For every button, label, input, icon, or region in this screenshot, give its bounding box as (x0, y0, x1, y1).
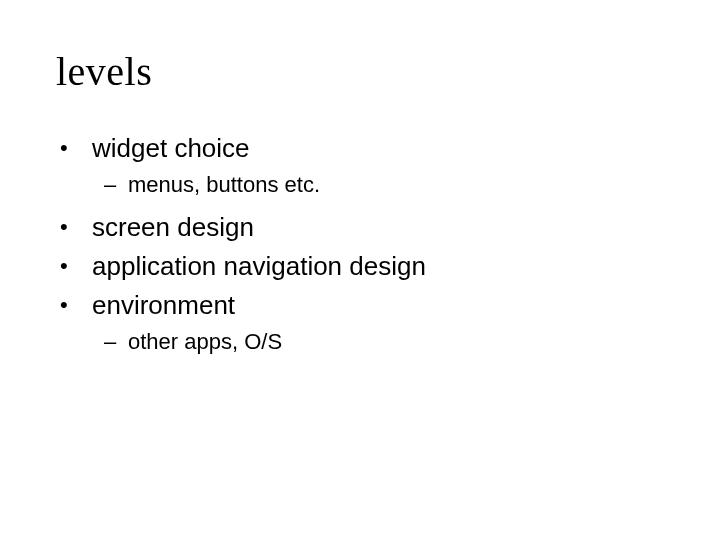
list-item-text: widget choice (92, 131, 250, 166)
bullet-icon: • (60, 131, 92, 165)
slide: levels • widget choice – menus, buttons … (0, 0, 720, 540)
list-item-text: screen design (92, 210, 254, 245)
bullet-icon: • (60, 288, 92, 322)
list-item: • environment (60, 288, 664, 323)
dash-icon: – (104, 170, 128, 200)
list-item-text: environment (92, 288, 235, 323)
dash-icon: – (104, 327, 128, 357)
list-item: • screen design (60, 210, 664, 245)
sub-list-item-text: menus, buttons etc. (128, 170, 320, 200)
bullet-icon: • (60, 210, 92, 244)
sub-list-item: – other apps, O/S (104, 327, 664, 357)
sub-list-item: – menus, buttons etc. (104, 170, 664, 200)
list-item-text: application navigation design (92, 249, 426, 284)
bullet-icon: • (60, 249, 92, 283)
list-item: • application navigation design (60, 249, 664, 284)
list-item: • widget choice (60, 131, 664, 166)
sub-list-item-text: other apps, O/S (128, 327, 282, 357)
slide-title: levels (56, 48, 664, 95)
slide-content: • widget choice – menus, buttons etc. • … (60, 131, 664, 357)
